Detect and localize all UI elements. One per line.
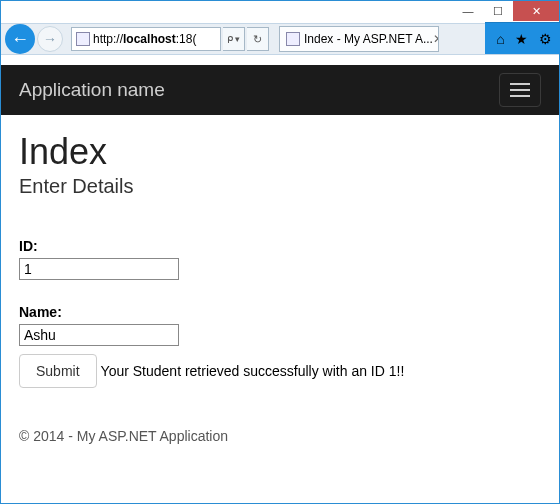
page-subtitle: Enter Details [19, 175, 541, 198]
forward-button[interactable]: → [37, 26, 63, 52]
browser-toolbar: ← → http://localhost:18( ᑭ▾ ↻ Index - My… [1, 23, 559, 55]
result-message: Your Student retrieved successfully with… [101, 363, 405, 379]
dropdown-icon: ▾ [235, 34, 240, 44]
name-input[interactable] [19, 324, 179, 346]
name-label: Name: [19, 304, 541, 320]
menu-toggle-button[interactable] [499, 73, 541, 107]
back-button[interactable]: ← [5, 24, 35, 54]
browser-tools: ⌂ ★ ⚙ [485, 22, 560, 54]
id-input[interactable] [19, 258, 179, 280]
home-icon[interactable]: ⌂ [496, 31, 504, 47]
page-title: Index [19, 131, 541, 173]
id-label: ID: [19, 238, 541, 254]
submit-button[interactable]: Submit [19, 354, 97, 388]
maximize-button[interactable]: ☐ [483, 1, 513, 21]
forward-arrow-icon: → [43, 31, 57, 47]
app-navbar: Application name [1, 65, 559, 115]
tab-title: Index - My ASP.NET A... [304, 32, 433, 46]
url-text: http://localhost:18( [93, 32, 196, 46]
footer-text: © 2014 - My ASP.NET Application [19, 428, 541, 444]
browser-tab[interactable]: Index - My ASP.NET A... ✕ [279, 26, 439, 52]
search-icon: ᑭ [227, 34, 233, 45]
page-content: Index Enter Details ID: Name: Submit You… [1, 115, 559, 503]
favorites-icon[interactable]: ★ [515, 31, 528, 47]
search-button[interactable]: ᑭ▾ [223, 27, 245, 51]
settings-gear-icon[interactable]: ⚙ [539, 31, 552, 47]
refresh-button[interactable]: ↻ [247, 27, 269, 51]
app-brand[interactable]: Application name [19, 79, 165, 101]
titlebar: — ☐ ✕ [1, 1, 559, 23]
close-button[interactable]: ✕ [513, 1, 559, 21]
address-bar[interactable]: http://localhost:18( [71, 27, 221, 51]
back-arrow-icon: ← [11, 29, 29, 50]
refresh-icon: ↻ [253, 33, 262, 46]
page-icon [76, 32, 90, 46]
browser-window: — ☐ ✕ ← → http://localhost:18( ᑭ▾ ↻ Inde… [0, 0, 560, 504]
tab-page-icon [286, 32, 300, 46]
hamburger-icon [510, 83, 530, 85]
minimize-button[interactable]: — [453, 1, 483, 21]
tab-close-icon[interactable]: ✕ [433, 32, 439, 46]
